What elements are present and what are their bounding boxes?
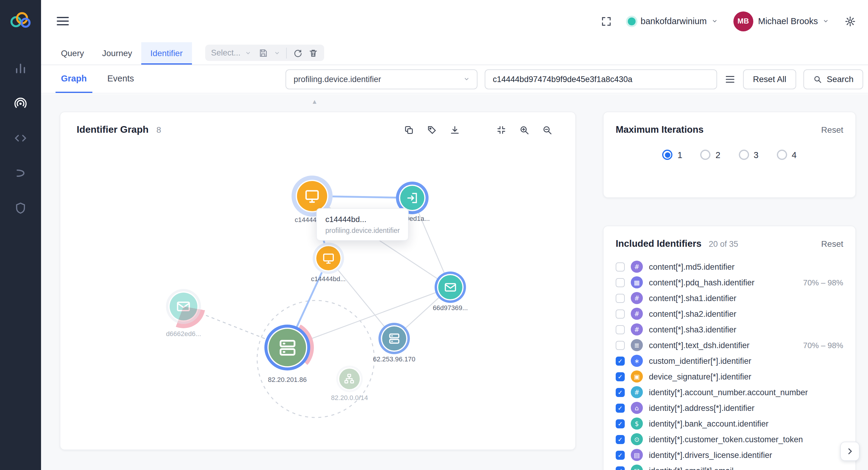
identifier-label: content[*].md5.identifier — [649, 262, 735, 271]
download-icon[interactable] — [450, 125, 460, 135]
identifier-checkbox[interactable] — [616, 309, 625, 318]
identifier-checkbox[interactable]: ✓ — [616, 403, 625, 412]
identifier-row[interactable]: #content[*].sha2.identifier — [616, 306, 843, 321]
tab-query[interactable]: Query — [52, 42, 93, 65]
identifier-checkbox[interactable]: ✓ — [616, 450, 625, 460]
org-name: bankofdarwinium — [641, 16, 707, 26]
iteration-option-1[interactable]: 1 — [662, 150, 682, 160]
text-hash-icon: ≣ — [631, 339, 643, 351]
reset-all-button[interactable]: Reset All — [743, 69, 796, 89]
identifier-label: identity[*].bank_account.identifier — [649, 419, 768, 428]
org-selector[interactable]: bankofdarwinium — [628, 16, 718, 26]
nav-journey-icon[interactable] — [13, 166, 28, 180]
identifier-type-select[interactable]: profiling.device.identifier — [286, 69, 478, 89]
identifier-checkbox[interactable]: ✓ — [616, 466, 625, 470]
identifier-row[interactable]: #content[*].sha1.identifier — [616, 290, 843, 306]
identifier-checkbox[interactable] — [616, 262, 625, 271]
identifiers-reset-button[interactable]: Reset — [821, 239, 843, 249]
radio-icon[interactable] — [662, 150, 673, 160]
delete-icon[interactable] — [309, 48, 318, 58]
identifier-label: custom_identifier[*].identifier — [649, 356, 751, 365]
radio-icon[interactable] — [777, 150, 787, 160]
fullscreen-icon[interactable] — [601, 15, 612, 27]
monitor-node-icon[interactable] — [297, 181, 327, 211]
app-logo[interactable] — [8, 10, 33, 30]
saved-query-controls: Select... — [205, 45, 324, 61]
zoom-out-icon[interactable] — [542, 125, 552, 135]
identifier-row[interactable]: ✓✉identity[*].email[*].email — [616, 463, 843, 470]
saved-query-select[interactable]: Select... — [211, 48, 253, 57]
iteration-option-2[interactable]: 2 — [701, 150, 720, 160]
chevron-right-icon — [846, 447, 854, 456]
identifier-checkbox[interactable] — [616, 341, 625, 350]
search-button[interactable]: Search — [803, 69, 863, 89]
identifier-checkbox[interactable]: ✓ — [616, 388, 625, 397]
network-node-icon[interactable] — [339, 369, 360, 389]
graph-edge — [412, 198, 450, 287]
app-root: bankofdarwinium MB Michael Brooks Query … — [0, 0, 868, 470]
identifier-row[interactable]: #content[*].md5.identifier — [616, 259, 843, 275]
graph-canvas[interactable]: c14444bd...e070ed1a...c14444bd...66d9736… — [60, 112, 575, 449]
identifier-row[interactable]: ▦content[*].pdq_hash.identifier70% – 98% — [616, 275, 843, 290]
settings-icon[interactable] — [844, 15, 856, 27]
tooltip-title: c14444bd... — [326, 215, 400, 224]
identifier-checkbox[interactable]: ✓ — [616, 419, 625, 428]
identifier-row[interactable]: ≣content[*].text_dsh.identifier70% – 98% — [616, 337, 843, 353]
identifier-checkbox[interactable] — [616, 293, 625, 303]
identifier-row[interactable]: ✓▤identity[*].drivers_license.identifier — [616, 447, 843, 463]
nav-code-icon[interactable] — [13, 131, 28, 146]
user-menu[interactable]: MB Michael Brooks — [734, 11, 829, 31]
identifier-row[interactable]: ✓⌂identity[*].address[*].identifier — [616, 400, 843, 416]
included-identifiers-card: Included Identifiers 20 of 35 Reset #con… — [603, 226, 856, 470]
save-icon[interactable] — [259, 48, 268, 58]
drivers-license-icon: ▤ — [631, 449, 643, 461]
bank-account-icon: $ — [631, 417, 643, 430]
identifier-value-input[interactable] — [485, 69, 717, 89]
envelope-node-icon[interactable] — [169, 293, 197, 320]
menu-icon[interactable] — [57, 14, 69, 28]
zoom-in-icon[interactable] — [519, 125, 529, 135]
radio-icon[interactable] — [739, 150, 749, 160]
identifier-checkbox[interactable]: ✓ — [616, 356, 625, 365]
nav-profiling-icon[interactable] — [13, 96, 28, 111]
envelope-node-icon[interactable] — [438, 275, 462, 299]
identifiers-count: 20 of 35 — [709, 239, 738, 248]
server-node-icon[interactable] — [382, 326, 406, 350]
monitor-node-icon[interactable] — [316, 246, 340, 270]
identifier-checkbox[interactable]: ✓ — [616, 372, 625, 381]
identifier-checkbox[interactable] — [616, 278, 625, 287]
copy-icon[interactable] — [404, 125, 414, 135]
server-node-icon[interactable] — [269, 329, 306, 366]
identifier-row[interactable]: ✓∗custom_identifier[*].identifier — [616, 353, 843, 369]
identifier-checkbox[interactable] — [616, 325, 625, 334]
tag-icon[interactable] — [427, 125, 437, 135]
identifier-row[interactable]: ✓▣device_signature[*].identifier — [616, 369, 843, 384]
list-view-icon[interactable] — [725, 73, 736, 85]
nav-analytics-icon[interactable] — [13, 61, 28, 75]
nav-security-icon[interactable] — [13, 201, 28, 215]
login-node-icon[interactable] — [400, 186, 424, 210]
maximum-iterations-card: Maximum Iterations Reset 1234 — [603, 112, 856, 198]
iteration-option-4[interactable]: 4 — [777, 150, 797, 160]
collapse-panel-button[interactable] — [840, 442, 860, 461]
identifier-row[interactable]: ✓$identity[*].bank_account.identifier — [616, 416, 843, 431]
iterations-reset-button[interactable]: Reset — [821, 125, 843, 134]
identifier-row[interactable]: ✓⊙identity[*].customer_token.customer_to… — [616, 431, 843, 447]
fit-view-icon[interactable] — [496, 125, 506, 135]
reset-all-label: Reset All — [753, 74, 786, 84]
identifier-label: identity[*].drivers_license.identifier — [649, 450, 772, 460]
identifier-row[interactable]: #content[*].sha3.identifier — [616, 321, 843, 337]
collapse-caret-icon[interactable]: ▲ — [313, 99, 316, 104]
tab-graph[interactable]: Graph — [56, 65, 92, 93]
iterations-title: Maximum Iterations — [616, 124, 704, 135]
radio-label: 3 — [754, 150, 758, 160]
identifier-checkbox[interactable]: ✓ — [616, 435, 625, 444]
iteration-option-3[interactable]: 3 — [739, 150, 758, 160]
tab-events[interactable]: Events — [102, 65, 140, 93]
radio-icon[interactable] — [701, 150, 711, 160]
tab-journey[interactable]: Journey — [93, 42, 141, 65]
tab-identifier[interactable]: Identifier — [141, 42, 192, 65]
history-icon[interactable] — [293, 48, 303, 58]
identifier-label: identity[*].address[*].identifier — [649, 403, 754, 412]
identifier-row[interactable]: ✓#identity[*].account_number.account_num… — [616, 384, 843, 400]
